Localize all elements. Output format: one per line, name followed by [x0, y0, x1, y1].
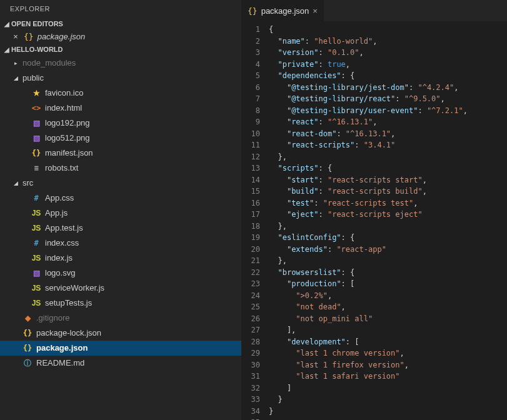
- tree-item-label: .gitignore: [36, 312, 69, 324]
- folder-item[interactable]: ▸node_modules: [0, 56, 241, 71]
- code-line: },: [269, 255, 507, 267]
- file-item[interactable]: {}package.json: [0, 341, 241, 356]
- code-line: {: [269, 24, 507, 36]
- file-item[interactable]: {}package-lock.json: [0, 326, 241, 341]
- file-item[interactable]: JSsetupTests.js: [0, 296, 241, 311]
- code-line: }: [269, 394, 507, 406]
- explorer-sidebar: EXPLORER ◢ OPEN EDITORS × {} package.jso…: [0, 0, 241, 420]
- line-number: 21: [241, 255, 260, 267]
- code-line: "start": "react-scripts start",: [269, 174, 507, 186]
- code-line: "not dead",: [269, 301, 507, 313]
- ic-txt-icon: ≡: [31, 162, 41, 174]
- code-line: "test": "react-scripts test",: [269, 198, 507, 209]
- file-item[interactable]: JSindex.js: [0, 251, 241, 266]
- tree-item-label: robots.txt: [45, 162, 78, 174]
- file-item[interactable]: ▧logo192.png: [0, 116, 241, 131]
- tree-item-label: index.html: [45, 102, 82, 114]
- json-icon: {}: [248, 6, 258, 16]
- line-number: 7: [241, 93, 260, 105]
- tree-item-label: manifest.json: [45, 148, 93, 159]
- close-icon[interactable]: ×: [11, 32, 20, 41]
- file-item[interactable]: ▧logo.svg: [0, 266, 241, 281]
- tree-item-label: public: [23, 72, 44, 84]
- tree-item-label: logo.svg: [45, 268, 75, 279]
- ic-img-icon: ▧: [31, 132, 41, 144]
- file-item[interactable]: JSserviceWorker.js: [0, 281, 241, 296]
- line-number: 19: [241, 232, 260, 244]
- file-item[interactable]: ⓘREADME.md: [0, 356, 241, 371]
- ic-hash-icon: #: [31, 192, 41, 204]
- file-item[interactable]: {}manifest.json: [0, 146, 241, 161]
- tree-item-label: setupTests.js: [45, 298, 92, 309]
- close-icon[interactable]: ×: [313, 6, 318, 16]
- line-number: 4: [241, 59, 260, 71]
- project-header[interactable]: ◢ HELLO-WORLD: [0, 43, 241, 56]
- tree-item-label: index.css: [45, 238, 79, 249]
- line-number: 9: [241, 116, 260, 128]
- ic-img-icon: ▧: [31, 268, 41, 279]
- line-number: 16: [241, 198, 260, 209]
- file-item[interactable]: ◆.gitignore: [0, 311, 241, 326]
- code-area[interactable]: 1234567891011121314151617181920212223242…: [241, 21, 507, 420]
- chevron-down-icon: ◢: [13, 178, 19, 189]
- tree-item-label: favicon.ico: [45, 88, 83, 99]
- file-item[interactable]: #index.css: [0, 236, 241, 251]
- ic-braces-icon: {}: [23, 342, 33, 354]
- tree-item-label: package.json: [36, 342, 88, 354]
- code-line: ">0.2%",: [269, 290, 507, 302]
- line-number: 17: [241, 209, 260, 221]
- code-line: "@testing-library/react": "^9.5.0",: [269, 93, 507, 105]
- line-number: 28: [241, 336, 260, 348]
- code-line: "last 1 safari version": [269, 371, 507, 382]
- json-icon: {}: [24, 32, 34, 41]
- chevron-right-icon: ▸: [13, 58, 19, 69]
- line-number: 20: [241, 244, 260, 256]
- ic-js-icon: JS: [31, 208, 41, 219]
- file-item[interactable]: JSApp.js: [0, 206, 241, 221]
- file-item[interactable]: JSApp.test.js: [0, 221, 241, 236]
- project-label: HELLO-WORLD: [11, 46, 63, 53]
- code-line: ]: [269, 382, 507, 394]
- line-number: 10: [241, 128, 260, 140]
- tree-item-label: App.js: [45, 208, 68, 219]
- folder-item[interactable]: ◢src: [0, 176, 241, 191]
- file-item[interactable]: ▧logo512.png: [0, 131, 241, 146]
- ic-info-icon: ⓘ: [23, 358, 33, 369]
- chevron-down-icon: ◢: [13, 72, 19, 84]
- line-number: 12: [241, 151, 260, 163]
- code-content[interactable]: { "name": "hello-world", "version": "0.1…: [269, 24, 507, 420]
- line-number: 31: [241, 371, 260, 382]
- code-line: "last 1 chrome version",: [269, 348, 507, 359]
- tree-item-label: src: [23, 178, 33, 189]
- editor-tab[interactable]: {} package.json ×: [241, 0, 324, 21]
- ic-js-icon: JS: [31, 298, 41, 309]
- ic-js-icon: JS: [31, 282, 41, 294]
- open-editors-header[interactable]: ◢ OPEN EDITORS: [0, 18, 241, 30]
- code-line: "private": true,: [269, 59, 507, 71]
- code-line: "@testing-library/user-event": "^7.2.1",: [269, 105, 507, 117]
- tab-bar: {} package.json ×: [241, 0, 507, 21]
- ic-hash-icon: #: [31, 238, 41, 249]
- line-number: 32: [241, 382, 260, 394]
- folder-item[interactable]: ◢public: [0, 71, 241, 86]
- code-line: "react-scripts": "3.4.1": [269, 139, 507, 151]
- code-line: "production": [: [269, 278, 507, 290]
- line-number: 3: [241, 47, 260, 59]
- chevron-down-icon: ◢: [3, 46, 11, 53]
- code-line: "eslintConfig": {: [269, 232, 507, 244]
- line-number: 15: [241, 186, 260, 198]
- tree-item-label: logo192.png: [45, 118, 90, 129]
- ic-js-icon: JS: [31, 222, 41, 234]
- code-line: "not op_mini all": [269, 313, 507, 325]
- file-item[interactable]: ≡robots.txt: [0, 161, 241, 176]
- tree-item-label: package-lock.json: [36, 328, 101, 339]
- tree-item-label: README.md: [36, 358, 84, 369]
- file-item[interactable]: #App.css: [0, 191, 241, 206]
- line-number: 34: [241, 406, 260, 418]
- line-number: 33: [241, 394, 260, 406]
- file-item[interactable]: ★favicon.ico: [0, 86, 241, 101]
- file-item[interactable]: <>index.html: [0, 101, 241, 116]
- line-number: 26: [241, 313, 260, 325]
- code-line: "react-dom": "^16.13.1",: [269, 128, 507, 140]
- open-editor-item[interactable]: × {} package.json: [0, 30, 241, 43]
